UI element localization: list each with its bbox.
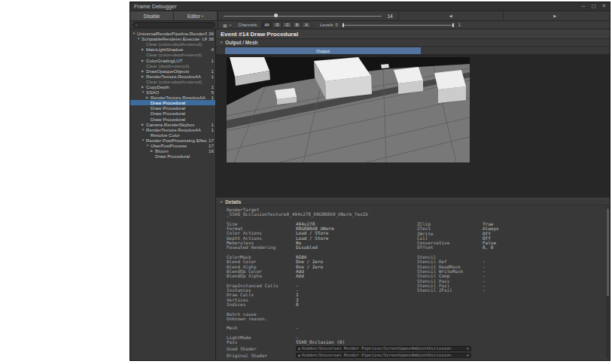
tree-item[interactable]: ▼Render PostProcessing Effects17	[130, 138, 215, 143]
close-icon[interactable]: ✕	[602, 4, 606, 9]
tree-item-label: Bloom	[155, 148, 207, 153]
frame-slider-thumb[interactable]	[274, 14, 278, 17]
titlebar[interactable]: Frame Debugger ─ ▢ ✕	[130, 2, 610, 11]
tree-item[interactable]: Clear (color+depth+stencil)	[130, 52, 215, 57]
tree-item[interactable]: Draw Procedural	[130, 153, 215, 159]
tree-item-label: Clear (color+depth+stencil)	[146, 79, 214, 84]
editor-dropdown[interactable]: Editor ▾	[174, 11, 218, 20]
tree-item[interactable]: ▼RenderTexture.ResolveAA1	[130, 127, 215, 132]
tree-item-label: Draw Procedural	[151, 111, 214, 116]
event-detail-panel: Event #14 Draw Procedural ▼ Output / Mes…	[216, 29, 610, 360]
output-mesh-foldout[interactable]: ▼ Output / Mesh	[216, 39, 610, 47]
next-frame-button[interactable]: ▶	[503, 11, 607, 20]
detail-row: Used Shader▣Hidden/Universal Render Pipe…	[227, 345, 610, 352]
detail-value: -	[483, 287, 486, 293]
tree-item[interactable]: Clear (color+depth+stencil)	[130, 79, 215, 84]
output-mesh-label: Output / Mesh	[225, 40, 257, 45]
shader-icon: ▣	[298, 346, 300, 351]
main-toolbar: Disable Editor ▾ 14 ◀ ▶	[130, 11, 610, 21]
details-scrollbar[interactable]	[606, 207, 609, 359]
tree-item[interactable]: ▶ColorGradingLUT1	[130, 57, 215, 62]
toolbar-left: Disable Editor ▾	[130, 11, 218, 20]
object-picker-icon[interactable]: ⊙	[467, 353, 469, 358]
tree-item[interactable]: ▶DrawOpaqueObjects1	[130, 68, 215, 74]
detail-label: BlendOp Alpha	[227, 274, 296, 278]
tree-item-label: Draw Procedural	[151, 117, 214, 122]
tree-item-label: Draw Procedural	[155, 153, 214, 159]
prev-frame-button[interactable]: ◀	[398, 11, 503, 20]
channels-bar: ▦ ▾ Channels AllRGBA Levels 0 1	[218, 21, 610, 29]
tree-item[interactable]: ▼UniversalRenderPipeline.RenderSingleCam…	[130, 31, 215, 36]
frame-number[interactable]: 14	[385, 14, 394, 19]
levels-slider[interactable]	[343, 25, 454, 26]
tree-item-label: UniversalRenderPipeline.RenderSingleCame…	[137, 31, 207, 36]
detail-label: Foveated Rendering	[227, 245, 296, 250]
detail-value: -	[296, 325, 299, 330]
detail-value: Add	[296, 273, 304, 278]
tree-item[interactable]: Draw Procedural	[130, 111, 215, 116]
tree-item-label: DrawOpaqueObjects	[146, 68, 210, 74]
render-viewport	[216, 54, 610, 198]
tree-item-label: RenderTexture.ResolveAA	[151, 95, 210, 100]
channel-button-all[interactable]: All	[261, 22, 272, 28]
tree-item[interactable]: ▶CopyDepth1	[130, 84, 215, 89]
object-picker-icon[interactable]: ⊙	[467, 346, 469, 351]
editor-dropdown-label: Editor	[187, 14, 200, 19]
tree-item-label: SSAO	[146, 89, 210, 95]
tree-item[interactable]: Clear (color+depth+stencil)	[130, 41, 215, 47]
chevron-down-icon: ▾	[202, 14, 203, 18]
detail-value: Disabled	[296, 244, 318, 250]
details-label: Details	[225, 199, 241, 205]
detail-label: Used Shader	[227, 345, 296, 352]
tree-item[interactable]: ▶RenderTexture.ResolveAA1	[130, 95, 215, 100]
levels-min: 0	[335, 23, 337, 27]
tree-item[interactable]: ▼ScriptableRenderer.Execute: URP-HighFid…	[130, 36, 215, 41]
tree-item[interactable]: ▼UberPostProcess17	[130, 143, 215, 148]
minimize-icon[interactable]: ─	[582, 4, 586, 9]
tree-item-label: ColorGradingLUT	[146, 58, 210, 63]
tree-item[interactable]: Draw Procedural	[130, 117, 215, 122]
channel-button-b[interactable]: B	[293, 22, 302, 28]
foldout-open-icon: ▼	[220, 41, 223, 44]
tree-item[interactable]: Draw Procedural	[130, 100, 215, 105]
chevron-down-icon[interactable]: ▾	[230, 23, 231, 27]
detail-row: Stencil ZFail-	[417, 288, 499, 293]
shader-name: Hidden/Universal Render Pipeline/ScreenS…	[302, 353, 465, 358]
tree-item[interactable]: ▶MainLightShadow4	[130, 47, 215, 52]
frame-scrub-area: 14 ◀ ▶	[218, 11, 610, 20]
disable-button[interactable]: Disable	[130, 11, 174, 20]
tree-item[interactable]: Clear (depth+stencil)	[130, 63, 215, 68]
tree-item-count: 1	[212, 127, 214, 132]
shader-name: Hidden/Universal Render Pipeline/ScreenS…	[302, 346, 465, 351]
tree-item[interactable]: Resolve Color	[130, 132, 215, 138]
shader-reference-field[interactable]: ▣Hidden/Universal Render Pipeline/Screen…	[296, 353, 471, 358]
detail-label: Unknown reason.	[227, 317, 296, 321]
tree-item[interactable]: ▶RenderTexture.ResolveAA1	[130, 74, 215, 79]
render-target-icon[interactable]: ▦	[223, 23, 227, 28]
search-input[interactable]: ⌕	[132, 22, 215, 28]
tab-output[interactable]: Output	[225, 47, 421, 54]
shader-reference-field[interactable]: ▣Hidden/Universal Render Pipeline/Screen…	[296, 346, 471, 351]
tree-item[interactable]: Draw Procedural	[130, 105, 215, 111]
details-foldout[interactable]: ▼ Details	[216, 198, 610, 205]
foldout-open-icon: ▼	[220, 200, 223, 204]
tree-item[interactable]: ▼SSAO5	[130, 89, 215, 95]
levels-min-thumb[interactable]	[343, 23, 344, 27]
tree-item[interactable]: ▶Camera.RenderSkybox1	[130, 122, 215, 127]
tree-item[interactable]: ▶Bloom16	[130, 148, 215, 153]
channel-button-r[interactable]: R	[273, 22, 282, 28]
detail-value: SSAO_Occlusion (0)	[296, 339, 345, 344]
detail-value: 0, 0	[483, 244, 493, 250]
levels-max-thumb[interactable]	[452, 23, 454, 27]
tree-item-label: Clear (color+depth+stencil)	[146, 52, 214, 57]
detail-value: 0	[296, 302, 299, 307]
frame-debugger-window: Frame Debugger ─ ▢ ✕ Disable Editor ▾ 14…	[129, 2, 610, 361]
detail-label: _SSAO_OcclusionTexture0_494x278_R8G8B8A8…	[227, 211, 368, 217]
frame-slider[interactable]	[224, 16, 382, 17]
maximize-icon[interactable]: ▢	[591, 4, 595, 9]
tree-item-count: 1	[212, 58, 214, 63]
channel-button-g[interactable]: G	[282, 22, 291, 28]
details-scrollbar-thumb[interactable]	[607, 208, 609, 296]
detail-label: Offset	[417, 245, 483, 250]
channel-button-a[interactable]: A	[302, 22, 311, 28]
